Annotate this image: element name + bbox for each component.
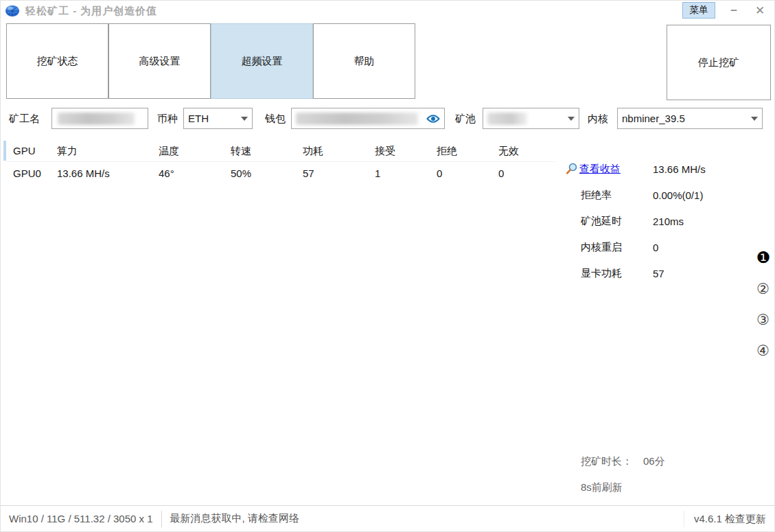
network-message-text: 最新消息获取中, 请检查网络 <box>170 512 299 525</box>
miner-config-form: 矿工名 币种 ETH 钱包 矿池 内核 nbminer_39.5 <box>1 108 774 130</box>
gpu-power-label: 显卡功耗 <box>566 267 653 280</box>
title-bar: 轻松矿工 - 为用户创造价值 菜单 – ✕ <box>1 1 774 21</box>
gpu-page-3[interactable]: ③ <box>756 312 770 327</box>
gpu-table-row: GPU0 13.66 MH/s 46° 50% 57 1 0 0 <box>6 162 555 185</box>
redacted-pool-name <box>487 113 527 125</box>
kernel-restart-label: 内核重启 <box>566 241 653 254</box>
window-controls: 菜单 – ✕ <box>682 2 767 19</box>
miner-name-input[interactable] <box>51 108 148 129</box>
cell-hashrate: 13.66 MH/s <box>50 162 152 185</box>
stats-row-income: 查看收益 13.66 MH/s <box>566 159 772 179</box>
coin-label: 币种 <box>157 108 178 129</box>
last-refresh-text: 8s前刷新 <box>581 481 665 494</box>
cell-gpu-name: GPU0 <box>6 162 50 185</box>
col-accepted: 接受 <box>368 140 430 161</box>
gpu-page-2[interactable]: ② <box>756 281 770 297</box>
col-hashrate: 算力 <box>50 140 152 161</box>
minimize-icon[interactable]: – <box>726 3 741 17</box>
gpu-page-indicator: ❶ ② ③ ④ <box>756 250 770 358</box>
reject-rate-value: 0.00%(0/1) <box>653 189 703 201</box>
pool-label: 矿池 <box>455 108 476 129</box>
app-window: 轻松矿工 - 为用户创造价值 菜单 – ✕ 挖矿状态 高级设置 超频设置 帮助 … <box>0 0 775 532</box>
wallet-label: 钱包 <box>265 108 286 129</box>
redacted-wallet-address <box>296 113 418 125</box>
cell-fan-speed: 50% <box>224 162 296 185</box>
cell-accepted: 1 <box>368 162 430 185</box>
stats-row-pool-latency: 矿池延时 210ms <box>566 211 772 231</box>
col-temperature: 温度 <box>152 140 224 161</box>
stop-mining-button[interactable]: 停止挖矿 <box>667 25 771 100</box>
kernel-select-value: nbminer_39.5 <box>622 113 685 124</box>
mining-duration-value: 06分 <box>643 455 665 468</box>
col-rejected: 拒绝 <box>430 140 491 161</box>
gpu-table: GPU 算力 温度 转速 功耗 接受 拒绝 无效 GPU0 13.66 MH/s… <box>6 140 555 185</box>
version-check-update-link[interactable]: v4.6.1 检查更新 <box>684 511 766 527</box>
cell-temperature: 46° <box>152 162 224 185</box>
tab-help[interactable]: 帮助 <box>313 23 415 99</box>
app-logo-icon <box>5 4 21 18</box>
chevron-down-icon <box>241 117 248 121</box>
status-bar: Win10 / 11G / 511.32 / 3050 x 1 最新消息获取中,… <box>1 505 774 531</box>
pool-latency-label: 矿池延时 <box>566 215 653 228</box>
stats-row-kernel-restarts: 内核重启 0 <box>566 237 772 257</box>
eye-icon[interactable] <box>426 114 440 124</box>
session-info: 挖矿时长： 06分 8s前刷新 <box>581 455 665 494</box>
gpu-power-value: 57 <box>653 268 664 279</box>
coin-select-value: ETH <box>188 113 209 124</box>
gpu-table-header: GPU 算力 温度 转速 功耗 接受 拒绝 无效 <box>6 140 555 162</box>
kernel-restart-value: 0 <box>653 242 658 253</box>
tab-overclock-settings[interactable]: 超频设置 <box>211 23 313 99</box>
coin-select[interactable]: ETH <box>183 108 253 129</box>
stats-row-reject-rate: 拒绝率 0.00%(0/1) <box>566 185 772 205</box>
reject-rate-label: 拒绝率 <box>566 189 653 202</box>
summary-stats-panel: 查看收益 13.66 MH/s 拒绝率 0.00%(0/1) 矿池延时 210m… <box>566 159 772 289</box>
col-power: 功耗 <box>296 140 368 161</box>
magnifier-icon <box>566 163 578 175</box>
wallet-input[interactable] <box>291 108 445 129</box>
chevron-down-icon <box>751 117 758 121</box>
chevron-down-icon <box>568 117 575 121</box>
system-info-text: Win10 / 11G / 511.32 / 3050 x 1 <box>9 513 153 524</box>
col-gpu: GPU <box>6 140 50 161</box>
stats-row-gpu-power: 显卡功耗 57 <box>566 263 772 284</box>
close-icon[interactable]: ✕ <box>752 3 767 18</box>
cell-power: 57 <box>296 162 368 185</box>
kernel-select[interactable]: nbminer_39.5 <box>617 108 763 129</box>
total-hashrate-value: 13.66 MH/s <box>653 163 706 175</box>
cell-invalid: 0 <box>491 162 546 185</box>
menu-button[interactable]: 菜单 <box>682 2 715 19</box>
cell-rejected: 0 <box>430 162 491 185</box>
col-invalid: 无效 <box>491 140 546 161</box>
tab-advanced-settings[interactable]: 高级设置 <box>108 23 211 99</box>
tab-mining-status[interactable]: 挖矿状态 <box>6 23 108 99</box>
gpu-page-4[interactable]: ④ <box>756 343 770 358</box>
gpu-page-1[interactable]: ❶ <box>756 250 770 266</box>
redacted-miner-name <box>58 113 135 125</box>
pool-select[interactable] <box>483 108 579 129</box>
col-fan-speed: 转速 <box>224 140 296 161</box>
pool-latency-value: 210ms <box>653 216 684 227</box>
status-divider <box>161 511 162 527</box>
mining-duration-label: 挖矿时长： <box>581 455 632 468</box>
view-income-link[interactable]: 查看收益 <box>579 163 621 176</box>
kernel-label: 内核 <box>588 108 608 129</box>
window-title: 轻松矿工 - 为用户创造价值 <box>25 5 157 18</box>
miner-name-label: 矿工名 <box>9 108 40 129</box>
